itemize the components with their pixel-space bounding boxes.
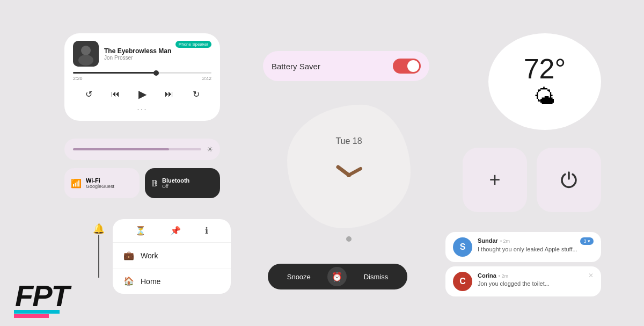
music-player: Phone Speaker The Eyebrowless Man Jon Pr… [64,33,220,121]
progress-thumb [153,70,159,76]
bell-container: 🔔 [91,223,106,278]
toggle-knob [407,60,419,72]
time-row: 2:20 3:42 [73,76,211,81]
wifi-chip[interactable]: 📶 Wi-Fi GoogleGuest [64,168,140,198]
clock-widget: Tue 18 [287,105,411,228]
play-button[interactable]: ▶ [134,85,151,103]
notif-text-sundar: I thought you only leaked Apple stuff... [478,246,594,252]
music-artist: Jon Prosser [104,55,211,61]
notif-time-sundar: • 2m [500,238,510,244]
notifications-panel: S Sundar • 2m 3 ▾ I thought you only lea… [445,232,601,301]
fpt-underline-pink [14,314,49,318]
menu-item-home[interactable]: 🏠 Home [113,269,231,294]
next-button[interactable]: ⏭ [160,85,178,103]
fpt-logo-wrapper: FPT [15,281,69,311]
clock-date: Tue 18 [335,136,362,146]
timer-icon[interactable]: ⏳ [135,226,146,236]
wifi-label: Wi-Fi [86,177,114,184]
notif-content-sundar: Sundar • 2m 3 ▾ I thought you only leake… [478,237,594,252]
bluetooth-icon: 𝔹 [151,178,158,189]
notif-text-corina: Jon you clogged the toilet... [478,280,594,287]
phone-speaker-badge: Phone Speaker [175,41,211,48]
music-avatar-image [73,41,99,67]
snooze-button[interactable]: Snooze [287,273,311,281]
info-icon[interactable]: ℹ [205,226,208,236]
notification-card-corina: C Corina • 2m ✕ Jon you clogged the toil… [445,266,601,296]
playback-controls: ↺ ⏮ ▶ ⏭ ↻ [73,85,211,103]
work-icon: 💼 [123,250,134,260]
notif-name-sundar: Sundar [478,237,498,244]
focus-menu: ⏳ 📌 ℹ 💼 Work 🏠 Home [113,219,231,294]
menu-icons-row: ⏳ 📌 ℹ [113,219,231,243]
add-button[interactable]: + [463,148,527,212]
action-buttons: + [463,148,601,212]
progress-bar[interactable] [73,72,211,74]
svg-point-1 [81,46,91,55]
pin-icon[interactable]: 📌 [170,226,181,236]
battery-saver-widget: Battery Saver [263,51,429,81]
notif-avatar-corina: C [453,272,472,291]
prev-button[interactable]: ⏮ [107,85,124,103]
home-icon: 🏠 [123,276,134,286]
repeat-button[interactable]: ↻ [187,85,204,103]
time-total: 3:42 [202,76,211,81]
alarm-bar: Snooze ⏰ Dismiss [268,264,407,289]
work-label: Work [141,251,158,260]
fpt-logo-text: FPT [15,281,69,311]
progress-fill [73,72,156,74]
bluetooth-text: Bluetooth Off [162,177,189,189]
wifi-icon: 📶 [71,178,82,189]
wifi-network: GoogleGuest [86,184,114,189]
music-info: The Eyebrowless Man Jon Prosser [104,47,211,61]
alarm-icon: ⏰ [327,267,347,286]
weather-temperature: 72° [524,55,566,83]
power-button[interactable] [537,148,601,212]
connectivity-row: 📶 Wi-Fi GoogleGuest 𝔹 Bluetooth Off [64,168,220,198]
clock-indicator-dot [346,236,352,242]
brightness-slider[interactable]: ☀ [64,139,220,160]
bell-icon: 🔔 [93,223,105,235]
menu-item-work[interactable]: 💼 Work [113,243,231,269]
weather-widget: 72° 🌤 [488,33,601,130]
bluetooth-status: Off [162,184,189,189]
time-current: 2:20 [73,76,83,81]
music-dots: ··· [73,105,211,114]
notif-name-corina: Corina [478,272,496,279]
wifi-text: Wi-Fi GoogleGuest [86,177,114,189]
brightness-fill [73,148,169,150]
bell-stem [98,235,99,278]
notif-badge-sundar: 3 ▾ [580,237,594,245]
home-label: Home [141,277,160,286]
notification-card-sundar: S Sundar • 2m 3 ▾ I thought you only lea… [445,232,601,262]
battery-saver-toggle[interactable] [393,59,421,74]
notif-header-corina: Corina • 2m ✕ [478,272,594,279]
battery-saver-label: Battery Saver [272,62,393,71]
notif-time-corina: • 2m [499,273,508,279]
bluetooth-chip[interactable]: 𝔹 Bluetooth Off [145,168,220,198]
replay-button[interactable]: ↺ [80,85,97,103]
music-avatar [73,41,99,67]
fpt-underline-cyan [14,310,60,314]
brightness-icon: ☀ [207,145,214,154]
notif-content-corina: Corina • 2m ✕ Jon you clogged the toilet… [478,272,594,287]
notif-close-corina[interactable]: ✕ [588,272,594,279]
fpt-logo-area: FPT [15,281,69,311]
svg-point-2 [78,55,93,66]
music-title: The Eyebrowless Man [104,47,211,55]
clock-face [322,154,376,197]
brightness-track [73,148,201,150]
progress-track [73,72,211,74]
notif-header-sundar: Sundar • 2m 3 ▾ [478,237,594,245]
notif-avatar-sundar: S [453,237,472,257]
power-icon [558,169,580,191]
bluetooth-label: Bluetooth [162,177,189,184]
dismiss-button[interactable]: Dismiss [364,273,389,281]
svg-point-5 [347,173,351,177]
weather-icon: 🌤 [534,85,555,109]
